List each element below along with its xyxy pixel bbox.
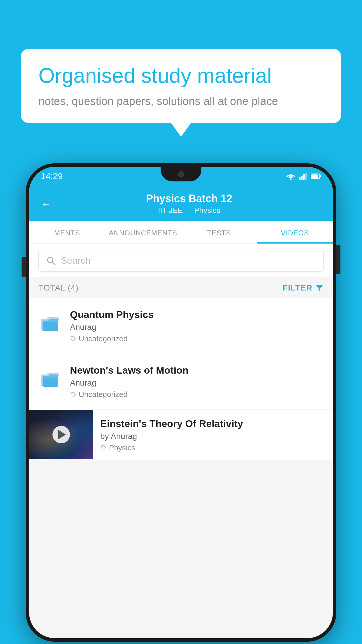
bubble-title: Organised study material	[38, 63, 324, 88]
video-thumbnail	[29, 410, 93, 459]
page-title: Physics Batch 12	[57, 192, 321, 205]
svg-rect-2	[301, 176, 303, 180]
video-title: Einstein's Theory Of Relativity	[100, 418, 326, 429]
wifi-icon	[286, 173, 296, 180]
video-author: by Anurag	[100, 432, 326, 441]
tab-ments[interactable]: MENTS	[29, 221, 105, 244]
search-box[interactable]: Search	[38, 250, 324, 272]
power-button	[336, 245, 340, 274]
video-tag: Physics	[100, 443, 326, 452]
filter-button[interactable]: FILTER	[283, 283, 324, 293]
svg-rect-1	[299, 177, 301, 180]
svg-point-17	[102, 446, 103, 447]
svg-rect-7	[311, 174, 318, 178]
item-title: Newton's Laws of Motion	[70, 365, 324, 376]
tab-tests[interactable]: TESTS	[181, 221, 257, 244]
search-icon	[46, 256, 56, 266]
video-content: Einstein's Theory Of Relativity by Anura…	[93, 410, 333, 461]
tag-icon	[70, 391, 76, 398]
item-author: Anurag	[70, 378, 324, 388]
play-button[interactable]	[52, 426, 70, 443]
filter-bar: TOTAL (4) FILTER	[29, 277, 333, 298]
phone-frame: 14:29	[26, 163, 336, 642]
item-title: Quantum Physics	[70, 309, 324, 320]
svg-point-16	[72, 393, 73, 394]
speech-bubble: Organised study material notes, question…	[21, 49, 341, 123]
tabs-bar: MENTS ANNOUNCEMENTS TESTS VIDEOS	[29, 221, 333, 244]
signal-icon	[299, 173, 307, 180]
svg-rect-6	[320, 175, 321, 177]
play-icon	[58, 430, 66, 439]
subtitle-physics: Physics	[194, 206, 220, 215]
notch	[161, 167, 201, 181]
header-title-section: Physics Batch 12 IIT JEE Physics	[57, 192, 321, 215]
list-item-video[interactable]: Einstein's Theory Of Relativity by Anura…	[29, 410, 333, 461]
search-container: Search	[29, 244, 333, 277]
search-placeholder: Search	[61, 255, 90, 266]
volume-button	[22, 257, 26, 277]
total-count: TOTAL (4)	[38, 283, 79, 293]
svg-point-13	[72, 337, 73, 338]
svg-rect-4	[305, 173, 307, 180]
bubble-subtitle: notes, question papers, solutions all at…	[38, 95, 324, 108]
item-author: Anurag	[70, 323, 324, 332]
list-item[interactable]: Newton's Laws of Motion Anurag Uncategor…	[29, 354, 333, 410]
item-tag: Uncategorized	[70, 390, 324, 399]
list-item[interactable]: Quantum Physics Anurag Uncategorized	[29, 298, 333, 354]
content-list: Quantum Physics Anurag Uncategorized	[29, 298, 333, 461]
page-subtitle: IIT JEE Physics	[57, 206, 321, 215]
folder-icon	[38, 311, 62, 335]
filter-icon	[315, 284, 324, 292]
folder-icon	[38, 367, 62, 390]
svg-marker-10	[316, 285, 323, 291]
tag-icon	[70, 336, 76, 342]
svg-line-9	[52, 262, 55, 265]
svg-rect-3	[303, 174, 305, 180]
subtitle-iitjee: IIT JEE	[158, 206, 183, 215]
tag-icon	[100, 445, 107, 451]
status-icons	[286, 173, 321, 180]
app-header: ← Physics Batch 12 IIT JEE Physics	[29, 186, 333, 221]
battery-icon	[311, 173, 321, 179]
status-time: 14:29	[41, 171, 63, 181]
tab-videos[interactable]: VIDEOS	[257, 221, 333, 244]
status-bar: 14:29	[29, 167, 333, 186]
phone-screen: 14:29	[29, 167, 333, 638]
svg-point-0	[290, 178, 292, 180]
item-content: Newton's Laws of Motion Anurag Uncategor…	[70, 365, 324, 399]
back-button[interactable]: ←	[41, 198, 51, 210]
camera	[178, 171, 184, 177]
item-tag: Uncategorized	[70, 334, 324, 343]
tab-announcements[interactable]: ANNOUNCEMENTS	[105, 221, 181, 244]
item-content: Quantum Physics Anurag Uncategorized	[70, 309, 324, 343]
